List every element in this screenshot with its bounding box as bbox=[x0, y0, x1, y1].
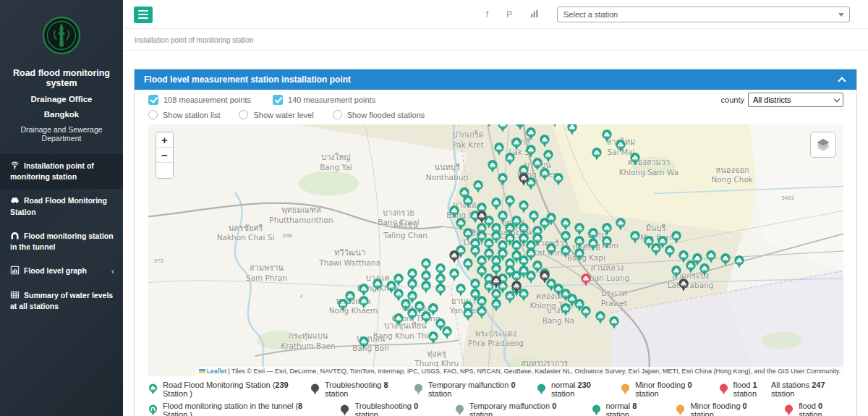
station-marker-normal[interactable] bbox=[629, 152, 640, 166]
map[interactable]: ปากเกร็ดPak KretสายไหมSai Maiบางใหญ่Bang… bbox=[148, 124, 843, 376]
station-marker-normal[interactable] bbox=[664, 245, 675, 259]
station-marker-normal[interactable] bbox=[386, 281, 397, 294]
station-marker-normal[interactable] bbox=[442, 326, 453, 339]
measurement-points-checkbox[interactable] bbox=[148, 95, 158, 105]
district-select[interactable]: All districts bbox=[748, 93, 843, 107]
station-marker-normal[interactable] bbox=[463, 195, 474, 208]
zoom-out-button[interactable]: − bbox=[156, 148, 173, 163]
station-marker-normal[interactable] bbox=[494, 142, 505, 156]
layers-control[interactable] bbox=[810, 132, 836, 158]
station-marker-troubleshooting[interactable] bbox=[477, 210, 488, 224]
station-marker-normal[interactable] bbox=[588, 238, 599, 252]
station-marker-normal[interactable] bbox=[553, 172, 563, 186]
station-marker-normal[interactable] bbox=[525, 127, 536, 140]
station-marker-normal[interactable] bbox=[591, 147, 602, 161]
station-marker-normal[interactable] bbox=[550, 124, 561, 128]
station-marker-normal[interactable] bbox=[574, 235, 584, 249]
station-marker-normal[interactable] bbox=[602, 130, 613, 143]
station-marker-normal[interactable] bbox=[608, 315, 619, 329]
station-marker-normal[interactable] bbox=[616, 140, 626, 153]
zoom-in-button[interactable]: + bbox=[156, 132, 173, 148]
station-marker-normal[interactable] bbox=[671, 230, 682, 244]
station-marker-normal[interactable] bbox=[358, 336, 369, 349]
station-marker-normal[interactable] bbox=[720, 252, 731, 266]
map-extra-button[interactable] bbox=[156, 163, 173, 178]
station-marker-normal[interactable] bbox=[685, 260, 696, 274]
station-marker-normal[interactable] bbox=[525, 271, 536, 284]
station-marker-normal[interactable] bbox=[525, 145, 536, 158]
station-marker-normal[interactable] bbox=[511, 137, 522, 150]
sidebar-item[interactable]: Flood monitoring station in the tunnel bbox=[0, 224, 123, 259]
station-marker-normal[interactable] bbox=[546, 213, 557, 226]
station-marker-normal[interactable] bbox=[456, 283, 467, 297]
station-marker-normal[interactable] bbox=[483, 124, 494, 128]
station-marker-normal[interactable] bbox=[650, 242, 661, 256]
station-select[interactable]: Select a station bbox=[557, 7, 850, 22]
station-marker-normal[interactable] bbox=[393, 313, 404, 327]
collapse-chevron-icon[interactable] bbox=[838, 77, 846, 85]
station-marker-flood[interactable] bbox=[581, 273, 592, 286]
leaflet-link[interactable]: Leaflet bbox=[207, 368, 226, 375]
station-marker-normal[interactable] bbox=[595, 310, 605, 324]
station-marker-normal[interactable] bbox=[539, 167, 550, 181]
station-marker-normal[interactable] bbox=[542, 150, 553, 164]
station-marker-normal[interactable] bbox=[733, 255, 744, 269]
station-marker-normal[interactable] bbox=[546, 242, 557, 256]
station-marker-normal[interactable] bbox=[463, 308, 474, 322]
station-marker-normal[interactable] bbox=[504, 152, 515, 166]
station-marker-normal[interactable] bbox=[602, 235, 613, 249]
station-marker-normal[interactable] bbox=[421, 281, 432, 294]
station-marker-normal[interactable] bbox=[338, 298, 349, 312]
station-marker-normal[interactable] bbox=[463, 258, 474, 271]
station-marker-normal[interactable] bbox=[448, 205, 459, 218]
view-option-radio[interactable] bbox=[239, 110, 248, 119]
station-marker-normal[interactable] bbox=[671, 266, 682, 279]
view-option-radio[interactable] bbox=[148, 110, 158, 119]
station-marker-normal[interactable] bbox=[490, 198, 501, 211]
facebook-icon[interactable]: f bbox=[486, 9, 488, 20]
sidebar-item[interactable]: Flood level graph‹ bbox=[0, 259, 123, 283]
station-marker-normal[interactable] bbox=[574, 247, 584, 261]
station-marker-normal[interactable] bbox=[602, 223, 613, 237]
stats-icon[interactable] bbox=[530, 9, 539, 20]
station-marker-normal[interactable] bbox=[490, 298, 501, 312]
station-marker-normal[interactable] bbox=[515, 124, 526, 130]
measurement-points-checkbox[interactable] bbox=[273, 95, 283, 105]
station-marker-normal[interactable] bbox=[560, 230, 571, 244]
station-marker-normal[interactable] bbox=[539, 135, 550, 148]
station-marker-normal[interactable] bbox=[560, 303, 571, 317]
station-marker-normal[interactable] bbox=[473, 179, 484, 193]
station-marker-normal[interactable] bbox=[435, 283, 446, 297]
station-marker-normal[interactable] bbox=[699, 263, 710, 276]
station-marker-normal[interactable] bbox=[498, 172, 509, 186]
station-marker-normal[interactable] bbox=[428, 331, 439, 344]
station-marker-normal[interactable] bbox=[581, 305, 592, 319]
station-marker-normal[interactable] bbox=[407, 308, 418, 322]
station-marker-normal[interactable] bbox=[448, 268, 459, 281]
station-marker-normal[interactable] bbox=[518, 200, 529, 213]
station-marker-normal[interactable] bbox=[487, 160, 498, 174]
sidebar-item[interactable]: Installation point of monitoring station bbox=[0, 154, 123, 189]
station-marker-normal[interactable] bbox=[560, 218, 571, 232]
p-icon[interactable]: P bbox=[506, 9, 512, 20]
station-marker-troubleshooting[interactable] bbox=[518, 172, 529, 186]
station-marker-normal[interactable] bbox=[629, 230, 640, 244]
station-marker-normal[interactable] bbox=[358, 296, 369, 310]
sidebar-toggle-button[interactable] bbox=[134, 7, 153, 23]
station-marker-normal[interactable] bbox=[567, 124, 578, 135]
station-marker-normal[interactable] bbox=[706, 250, 717, 264]
station-marker-troubleshooting[interactable] bbox=[678, 278, 689, 292]
station-marker-normal[interactable] bbox=[616, 218, 626, 232]
station-marker-normal[interactable] bbox=[407, 278, 418, 292]
view-option-radio[interactable] bbox=[333, 110, 342, 119]
station-marker-troubleshooting[interactable] bbox=[448, 250, 459, 264]
station-marker-normal[interactable] bbox=[421, 310, 432, 324]
station-marker-normal[interactable] bbox=[477, 305, 488, 319]
station-marker-troubleshooting[interactable] bbox=[490, 276, 501, 289]
station-marker-normal[interactable] bbox=[529, 210, 540, 224]
station-marker-normal[interactable] bbox=[498, 210, 509, 224]
station-marker-normal[interactable] bbox=[358, 283, 369, 297]
station-marker-normal[interactable] bbox=[498, 124, 509, 133]
station-marker-troubleshooting[interactable] bbox=[539, 271, 550, 284]
station-marker-normal[interactable] bbox=[574, 223, 584, 237]
